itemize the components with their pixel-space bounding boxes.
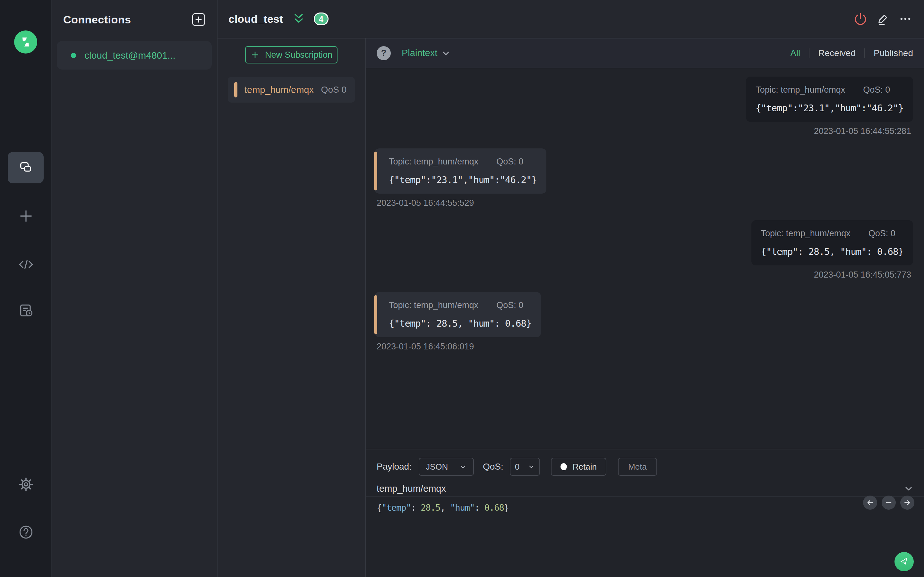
connections-header: Connections bbox=[52, 0, 217, 27]
subscriptions-panel: New Subscription temp_hum/emqx QoS 0 bbox=[218, 39, 366, 577]
collapse-panel-button[interactable] bbox=[292, 13, 305, 25]
edit-connection-button[interactable] bbox=[876, 12, 890, 26]
arrow-right-icon bbox=[903, 498, 911, 507]
qos-label: QoS: bbox=[483, 462, 503, 472]
subscription-item[interactable]: temp_hum/emqx QoS 0 bbox=[228, 77, 355, 103]
page-title: cloud_test bbox=[228, 13, 283, 25]
payload-token: , bbox=[440, 503, 450, 513]
new-subscription-button[interactable]: New Subscription bbox=[245, 46, 338, 63]
sidebar-item-help[interactable] bbox=[0, 524, 52, 540]
payload-token: "temp" bbox=[381, 503, 411, 513]
connection-name: cloud_test@m4801... bbox=[84, 50, 176, 61]
power-icon bbox=[854, 12, 867, 26]
meta-label: Meta bbox=[628, 462, 647, 472]
message-received: Topic: temp_hum/emqx QoS: 0 {"temp":"23.… bbox=[375, 148, 913, 208]
payload-format-select[interactable]: JSON bbox=[419, 458, 474, 476]
message-payload: {"temp":"23.1","hum":"46.2"} bbox=[756, 103, 903, 113]
history-navigation bbox=[863, 496, 914, 510]
plus-square-icon bbox=[191, 12, 206, 27]
minus-icon bbox=[885, 498, 893, 507]
message-timestamp: 2023-01-05 16:45:06:019 bbox=[376, 342, 474, 351]
chevron-down-icon bbox=[528, 463, 535, 470]
connections-panel: Connections cloud_test@m4801... bbox=[52, 0, 218, 577]
message-topic: Topic: temp_hum/emqx bbox=[761, 229, 851, 239]
add-connection-button[interactable] bbox=[191, 12, 206, 27]
message-meta: Topic: temp_hum/emqx QoS: 0 bbox=[389, 157, 537, 167]
connection-header: cloud_test 4 bbox=[218, 0, 924, 39]
sidebar-item-new-connection[interactable] bbox=[0, 208, 52, 224]
message-meta: Topic: temp_hum/emqx QoS: 0 bbox=[761, 229, 903, 239]
message-meta: Topic: temp_hum/emqx QoS: 0 bbox=[389, 300, 531, 310]
message-bubble[interactable]: Topic: temp_hum/emqx QoS: 0 {"temp": 28.… bbox=[375, 292, 541, 337]
sidebar-item-settings[interactable] bbox=[0, 477, 52, 492]
payload-help-icon[interactable]: ? bbox=[376, 46, 391, 60]
main-column: cloud_test 4 bbox=[218, 0, 924, 577]
message-topic: Topic: temp_hum/emqx bbox=[389, 300, 478, 310]
publish-composer: Payload: JSON QoS: 0 bbox=[366, 449, 924, 577]
message-bubble[interactable]: Topic: temp_hum/emqx QoS: 0 {"temp": 28.… bbox=[751, 220, 913, 266]
subscription-qos: QoS 0 bbox=[321, 85, 347, 95]
connections-title: Connections bbox=[63, 13, 131, 26]
filter-published[interactable]: Published bbox=[874, 48, 913, 58]
collapse-editor-chevron-icon[interactable] bbox=[904, 484, 913, 493]
payload-token: 28.5 bbox=[421, 503, 440, 513]
paper-plane-icon bbox=[898, 556, 910, 567]
filter-received[interactable]: Received bbox=[818, 48, 856, 58]
sidebar-item-connections[interactable] bbox=[8, 152, 44, 183]
history-clear-button[interactable] bbox=[882, 496, 896, 510]
chevron-down-icon bbox=[459, 463, 467, 471]
messages-toolbar: ? Plaintext All Received Published bbox=[366, 39, 924, 68]
more-options-button[interactable] bbox=[898, 12, 913, 26]
retain-toggle[interactable]: Retain bbox=[551, 458, 606, 476]
sidebar-item-script[interactable] bbox=[0, 257, 52, 272]
nav-rail bbox=[0, 0, 52, 577]
message-published: Topic: temp_hum/emqx QoS: 0 {"temp":"23.… bbox=[375, 77, 913, 136]
new-subscription-label: New Subscription bbox=[265, 50, 333, 60]
sidebar-item-log[interactable] bbox=[0, 303, 52, 318]
message-timestamp: 2023-01-05 16:45:05:773 bbox=[814, 270, 911, 280]
plus-icon bbox=[18, 208, 34, 224]
message-payload: {"temp": 28.5, "hum": 0.68} bbox=[761, 246, 903, 257]
topic-input[interactable]: temp_hum/emqx bbox=[376, 484, 446, 494]
message-format-select[interactable]: Plaintext bbox=[402, 48, 450, 58]
message-list: Topic: temp_hum/emqx QoS: 0 {"temp":"23.… bbox=[366, 68, 924, 449]
message-bubble[interactable]: Topic: temp_hum/emqx QoS: 0 {"temp":"23.… bbox=[746, 77, 913, 122]
message-qos: QoS: 0 bbox=[869, 229, 895, 239]
retain-indicator-dot bbox=[561, 463, 567, 470]
code-icon bbox=[18, 257, 34, 272]
message-qos: QoS: 0 bbox=[496, 157, 523, 167]
mqttx-app: Connections cloud_test@m4801... cloud_te… bbox=[0, 0, 924, 577]
message-received: Topic: temp_hum/emqx QoS: 0 {"temp": 28.… bbox=[375, 292, 913, 351]
connection-list-item[interactable]: cloud_test@m4801... bbox=[57, 41, 212, 69]
topic-input-row: temp_hum/emqx bbox=[366, 481, 924, 497]
pencil-icon bbox=[876, 12, 890, 26]
payload-token: "hum" bbox=[450, 503, 475, 513]
message-published: Topic: temp_hum/emqx QoS: 0 {"temp": 28.… bbox=[375, 220, 913, 280]
filter-divider bbox=[809, 48, 809, 58]
mqttx-logo-icon bbox=[14, 31, 37, 53]
history-back-button[interactable] bbox=[863, 496, 877, 510]
send-message-button[interactable] bbox=[895, 552, 914, 571]
history-forward-button[interactable] bbox=[900, 496, 914, 510]
payload-format-value: JSON bbox=[426, 462, 448, 472]
message-qos: QoS: 0 bbox=[863, 85, 890, 95]
message-topic: Topic: temp_hum/emqx bbox=[756, 85, 845, 95]
plus-icon bbox=[250, 50, 260, 60]
payload-token: { bbox=[376, 503, 381, 513]
qos-select[interactable]: 0 bbox=[510, 458, 540, 476]
message-payload: {"temp":"23.1","hum":"46.2"} bbox=[389, 174, 537, 185]
disconnect-button[interactable] bbox=[853, 12, 867, 26]
message-filters: All Received Published bbox=[790, 48, 913, 58]
gear-icon bbox=[18, 477, 34, 492]
double-chevron-down-icon bbox=[292, 13, 305, 25]
message-count-badge: 4 bbox=[314, 13, 328, 25]
message-bubble[interactable]: Topic: temp_hum/emqx QoS: 0 {"temp":"23.… bbox=[375, 148, 546, 193]
meta-button[interactable]: Meta bbox=[618, 458, 657, 476]
message-timestamp: 2023-01-05 16:44:55:281 bbox=[814, 126, 911, 136]
qos-value: 0 bbox=[515, 462, 519, 472]
filter-all[interactable]: All bbox=[790, 48, 800, 58]
payload-editor[interactable]: {"temp": 28.5, "hum": 0.68} bbox=[366, 497, 924, 518]
retain-label: Retain bbox=[573, 462, 597, 472]
arrow-left-icon bbox=[866, 498, 874, 507]
payload-token: } bbox=[504, 503, 509, 513]
